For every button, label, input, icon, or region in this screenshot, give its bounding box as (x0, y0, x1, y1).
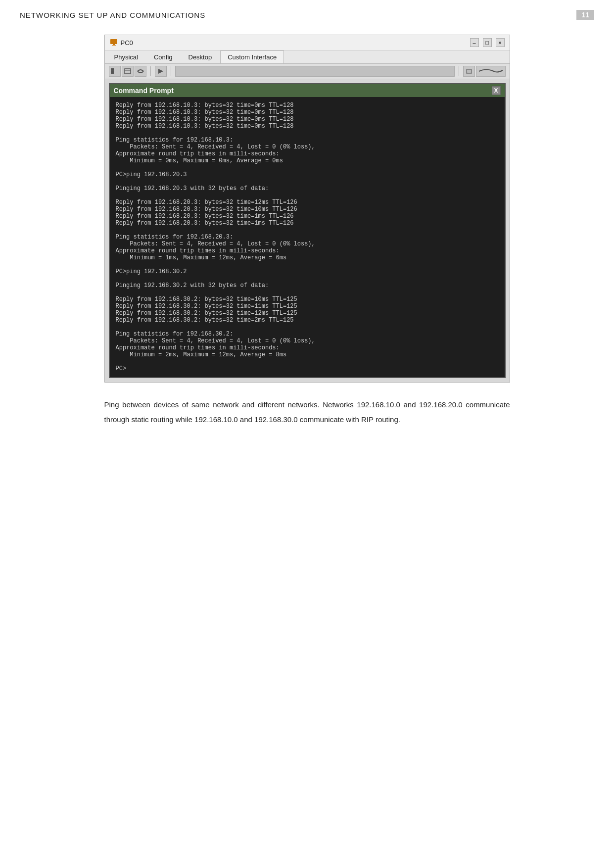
toolbar-separator-1 (150, 66, 151, 76)
minimize-button[interactable]: – (470, 38, 479, 47)
toolbar-icon-4[interactable] (463, 66, 475, 77)
pc0-window: PC0 – □ × Physical Config Desktop Custom… (104, 35, 510, 383)
svg-rect-3 (111, 68, 114, 70)
cmd-body[interactable]: Reply from 192.168.10.3: bytes=32 time=0… (110, 97, 505, 377)
tab-config[interactable]: Config (146, 50, 180, 63)
title-bar-controls: – □ × (470, 38, 505, 47)
svg-rect-5 (111, 72, 114, 74)
page-number: 11 (576, 10, 594, 20)
tab-custom-interface[interactable]: Custom Interface (220, 50, 284, 63)
svg-rect-4 (111, 70, 114, 72)
toolbar-separator-3 (459, 66, 459, 76)
pc-icon (110, 39, 118, 47)
page-header: NETWORKING SET UP AND COMMUNICATIONS 11 (20, 10, 594, 20)
cmd-title-bar: Command Prompt X (110, 84, 505, 97)
page-title: NETWORKING SET UP AND COMMUNICATIONS (20, 11, 205, 19)
window-title: PC0 (121, 39, 133, 47)
cmd-close-button[interactable]: X (492, 86, 501, 95)
maximize-button[interactable]: □ (483, 38, 492, 47)
toolbar-icon-3[interactable] (135, 66, 146, 77)
title-bar-left: PC0 (110, 39, 133, 47)
window-close-button[interactable]: × (496, 38, 505, 47)
svg-rect-0 (110, 39, 117, 44)
body-text: Ping between devices of same network and… (104, 397, 510, 427)
toolbar-icon-1[interactable] (109, 66, 121, 77)
cmd-title-text: Command Prompt (114, 87, 174, 95)
toolbar-icons-left (109, 66, 146, 77)
cmd-container: Command Prompt X Reply from 192.168.10.3… (105, 79, 510, 382)
toolbar-wide-area (175, 66, 455, 77)
toolbar (105, 64, 510, 79)
toolbar-icon-arrow[interactable] (155, 66, 167, 77)
svg-rect-2 (112, 45, 116, 46)
svg-rect-6 (125, 69, 131, 74)
svg-rect-1 (113, 44, 115, 45)
tab-bar: Physical Config Desktop Custom Interface (105, 50, 510, 64)
cmd-window: Command Prompt X Reply from 192.168.10.3… (109, 83, 506, 378)
tab-physical[interactable]: Physical (107, 50, 145, 63)
toolbar-separator-2 (171, 66, 171, 76)
toolbar-icons-right (463, 66, 506, 77)
title-bar: PC0 – □ × (105, 35, 510, 50)
toolbar-button-large[interactable] (476, 66, 506, 77)
svg-rect-9 (467, 70, 471, 73)
toolbar-icon-2[interactable] (122, 66, 134, 77)
tab-desktop[interactable]: Desktop (181, 50, 220, 63)
